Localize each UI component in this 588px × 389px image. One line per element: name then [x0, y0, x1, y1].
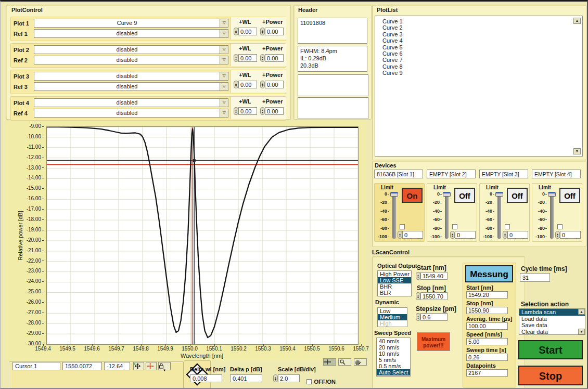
zoom-tool-icon[interactable]	[338, 358, 351, 366]
sweep-speed-item[interactable]: 10 nm/s	[377, 351, 410, 357]
stepsize-value[interactable]: 0.6	[420, 313, 448, 321]
limit-slider-thumb[interactable]	[390, 192, 398, 197]
power-offset-value[interactable]: 0.00	[265, 107, 284, 115]
power-offset-spinner[interactable]: ▴▾	[260, 28, 265, 35]
sweep-speed-item[interactable]: Auto Select	[377, 369, 410, 375]
plotlist-scroll-up-icon[interactable]: ▲	[573, 18, 581, 24]
attenuation-value[interactable]: 0	[455, 231, 476, 239]
ref-curve-select[interactable]: disabled ▽	[34, 56, 228, 64]
cursor-crosshair-icon[interactable]	[146, 362, 157, 370]
plot-curve-select[interactable]: disabled ▽	[34, 45, 228, 54]
dropdown-arrow-icon[interactable]: ▽	[220, 30, 228, 37]
laser-onoff-button[interactable]: On	[402, 188, 423, 203]
ref-curve-select[interactable]: disabled ▽	[34, 29, 228, 38]
selection-action-item[interactable]: Lambda scan	[519, 309, 585, 316]
plotlist-item[interactable]: Curve 7	[375, 57, 582, 63]
wl-offset-value[interactable]: 0.00	[238, 81, 257, 88]
dropdown-arrow-icon[interactable]: ▽	[220, 19, 228, 27]
dropdown-arrow-icon[interactable]: ▽	[220, 99, 228, 107]
optical-output-item[interactable]: BLR	[378, 290, 411, 296]
cursor-name-field[interactable]: Cursor 1	[12, 362, 60, 370]
plotlist-item[interactable]: Curve 3	[375, 31, 582, 37]
maximum-power-button[interactable]: Maximumpower!!!	[417, 332, 450, 351]
wl-offset-value[interactable]: 0.00	[238, 54, 257, 62]
attenuation-value[interactable]: 0	[402, 231, 423, 239]
attenuation-spinner[interactable]: ▴▾	[503, 231, 507, 239]
cursor-wavelength-field[interactable]: 1550.0072	[62, 362, 102, 370]
clipping-checkbox[interactable]	[505, 224, 510, 229]
scan-start-spinner[interactable]: ▴▾	[416, 272, 420, 280]
plot-area[interactable]	[46, 126, 359, 345]
dynamic-listbox[interactable]: LowMediumHigh	[377, 307, 407, 327]
power-offset-value[interactable]: 0.00	[265, 54, 284, 62]
power-offset-spinner[interactable]: ▴▾	[260, 54, 265, 62]
ref-curve-select[interactable]: disabled ▽	[34, 109, 228, 118]
attenuation-spinner[interactable]: ▴▾	[398, 231, 402, 239]
messung-button[interactable]: Messung	[465, 265, 513, 282]
plotlist-item[interactable]: Curve 8	[375, 63, 582, 70]
scan-stop-value[interactable]: 1550.70	[420, 292, 448, 300]
selection-action-item[interactable]: Load data	[519, 316, 585, 322]
attenuation-spinner[interactable]: ▴▾	[555, 231, 560, 239]
laser-onoff-button[interactable]: Off	[507, 188, 528, 203]
dropdown-arrow-icon[interactable]: ▽	[220, 72, 228, 80]
selection-scroll-down-icon[interactable]: ▼	[578, 329, 585, 334]
clipping-checkbox[interactable]	[400, 224, 405, 229]
plotlist-scroll-down-icon[interactable]: ▼	[573, 148, 581, 154]
dropdown-arrow-icon[interactable]: ▽	[220, 83, 228, 90]
limit-slider-thumb[interactable]	[548, 192, 556, 197]
ref-curve-select[interactable]: disabled ▽	[34, 82, 228, 91]
sweep-speed-item[interactable]: 5 nm/s	[377, 357, 410, 363]
selection-scroll-up-icon[interactable]: ▲	[578, 309, 585, 315]
dropdown-arrow-icon[interactable]: ▽	[220, 109, 228, 117]
selection-action-listbox[interactable]: Lambda scanLoad dataSave dataClear data	[519, 308, 585, 335]
plot-curve-select[interactable]: disabled ▽	[34, 72, 228, 81]
scale-spinner[interactable]: ▴▾	[273, 374, 278, 382]
plotlist-item[interactable]: Curve 5	[375, 44, 582, 50]
power-offset-spinner[interactable]: ▴▾	[260, 81, 265, 88]
stop-button[interactable]: Stop	[518, 366, 583, 385]
plotlist-item[interactable]: Curve 6	[375, 50, 582, 57]
optical-output-item[interactable]: Low SSE	[378, 277, 411, 283]
scale-value[interactable]: 2.0	[278, 374, 300, 382]
plotlist-item[interactable]: Curve 1	[375, 18, 582, 24]
limit-slider-thumb[interactable]	[495, 192, 503, 197]
cursor-move-icon[interactable]	[133, 362, 144, 370]
plotlist-item[interactable]: Curve 4	[375, 37, 582, 44]
plotlist-listbox[interactable]: Curve 1Curve 2Curve 3Curve 4Curve 5Curve…	[375, 16, 583, 157]
sweep-speed-item[interactable]: 40 nm/s	[377, 338, 410, 344]
dropdown-arrow-icon[interactable]: ▽	[220, 46, 228, 54]
limit-slider-track[interactable]	[392, 194, 396, 239]
scan-start-value[interactable]: 1549.40	[420, 272, 448, 280]
clipping-checkbox[interactable]	[452, 224, 457, 229]
wl-offset-value[interactable]: 0.00	[238, 28, 257, 35]
selection-action-item[interactable]: Clear data	[519, 329, 585, 335]
limit-slider-track[interactable]	[550, 194, 554, 239]
dynamic-item[interactable]: Low	[378, 308, 407, 314]
power-offset-value[interactable]: 0.00	[265, 81, 284, 88]
selection-action-item[interactable]: Save data	[519, 322, 585, 329]
cursor-lock-icon[interactable]: ▼	[158, 362, 171, 370]
dynamic-item[interactable]: High	[378, 320, 407, 327]
wl-offset-spinner[interactable]: ▴▾	[234, 81, 238, 88]
limit-slider-track[interactable]	[445, 194, 449, 239]
plotlist-item[interactable]: Curve 9	[375, 70, 582, 76]
offon-checkbox[interactable]	[306, 379, 312, 384]
sweep-speed-listbox[interactable]: 40 nm/s20 nm/s10 nm/s5 nm/s0.5 nm/sAuto …	[376, 338, 411, 377]
pan-tool-icon[interactable]	[354, 358, 367, 366]
optical-output-item[interactable]: High Power	[378, 271, 411, 277]
dynamic-item[interactable]: Medium	[378, 314, 407, 320]
scan-stop-spinner[interactable]: ▴▾	[416, 292, 420, 300]
power-offset-spinner[interactable]: ▴▾	[260, 107, 265, 115]
sweep-speed-item[interactable]: 0.5 nm/s	[377, 363, 410, 369]
clipping-checkbox[interactable]	[557, 224, 563, 229]
attenuation-spinner[interactable]: ▴▾	[450, 231, 455, 239]
stepsize-spinner[interactable]: ▴▾	[416, 313, 420, 321]
plot-curve-select[interactable]: Curve 9 ▽	[34, 19, 228, 28]
laser-onoff-button[interactable]: Off	[559, 188, 580, 203]
wl-offset-spinner[interactable]: ▴▾	[234, 28, 238, 35]
limit-slider-thumb[interactable]	[443, 192, 451, 197]
limit-slider-track[interactable]	[497, 194, 501, 239]
start-button[interactable]: Start	[518, 340, 583, 359]
plotlist-item[interactable]: Curve 2	[375, 24, 582, 31]
